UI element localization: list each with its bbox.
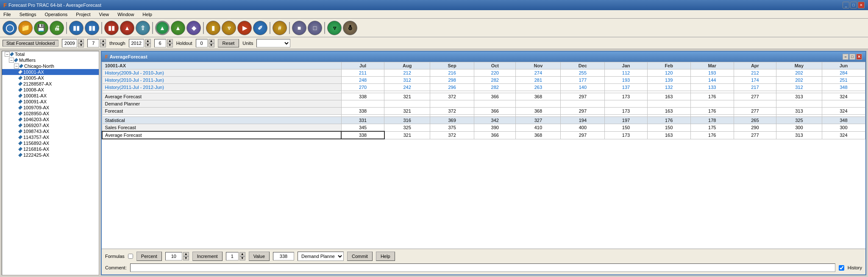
percent-down-arrow[interactable]: ▼ — [183, 256, 189, 260]
toolbar-copy-button[interactable]: ▮▮ — [69, 21, 83, 35]
increment-down-arrow[interactable]: ▼ — [239, 256, 245, 260]
holdout-down-arrow[interactable]: ▼ — [209, 43, 214, 47]
tree-item-100081-ax[interactable]: 100081-AX — [2, 93, 99, 99]
tree-item-1009709-ax[interactable]: 1009709-AX — [2, 105, 99, 111]
table-row-avg-forecast[interactable]: Average Forecast 338321 372366 368297 17… — [102, 93, 865, 100]
tree-item-1216816-ax[interactable]: 1216816-AX — [2, 146, 99, 152]
tree-item-100091-ax[interactable]: 100091-AX — [2, 99, 99, 105]
percent-group: 10 ▲ ▼ — [165, 252, 189, 260]
tree-item-total[interactable]: – Total — [2, 51, 99, 57]
toolbar-save-button[interactable]: 💾 — [34, 21, 48, 35]
menu-help[interactable]: Help — [141, 12, 154, 17]
tree-item-1143757-ax[interactable]: 1143757-AX — [2, 134, 99, 140]
table-row-forecast[interactable]: Forecast 338321 372366 368297 173163 176… — [102, 108, 865, 115]
from-year-input[interactable]: 2009 — [62, 39, 77, 47]
tree-item-1222425-ax[interactable]: 1222425-AX — [2, 152, 99, 158]
table-row-demand-planner[interactable]: Demand Planner — [102, 100, 865, 108]
maximize-button[interactable]: □ — [850, 2, 857, 8]
to-year-up-arrow[interactable]: ▲ — [145, 39, 151, 43]
from-period-down-arrow[interactable]: ▼ — [100, 43, 106, 47]
toolbar-film-button[interactable]: ▮▮ — [104, 21, 119, 35]
tree-item-10005-ax[interactable]: 10005-AX — [2, 75, 99, 81]
to-period-down-arrow[interactable]: ▼ — [167, 43, 173, 47]
tree-item-10008-ax[interactable]: 10008-AX — [2, 87, 99, 93]
value-input[interactable]: 338 — [273, 252, 294, 260]
history-checkbox[interactable] — [839, 265, 844, 271]
toolbar-run2-button[interactable]: ▶ — [237, 21, 252, 35]
toolbar-paste-button[interactable]: ▮▮ — [85, 21, 99, 35]
toolbar-clipboard-button[interactable]: ▮ — [206, 21, 220, 35]
expand-mufflers[interactable]: – — [9, 58, 14, 63]
toolbar-hash-button[interactable]: # — [273, 21, 287, 35]
percent-up-arrow[interactable]: ▲ — [183, 252, 189, 256]
toolbar-gear-button[interactable]: ▿ — [327, 21, 342, 35]
toolbar-print-button[interactable]: 🖨 — [50, 21, 64, 35]
tree-item-1028950-ax[interactable]: 1028950-AX — [2, 111, 99, 116]
reset-button[interactable]: Reset — [218, 39, 239, 47]
to-period-input[interactable]: 6 — [154, 39, 166, 47]
from-year-down-arrow[interactable]: ▼ — [78, 43, 84, 47]
table-row-avg-forecast-bottom[interactable]: Average Forecast 338 321372 366368 29717… — [102, 131, 865, 139]
table-row[interactable]: History(2009-Jul - 2010-Jun) 211 212 216… — [102, 69, 865, 77]
from-period-input[interactable]: 7 — [87, 39, 99, 47]
tree-item-21288587-ax[interactable]: 21288587-AX — [2, 81, 99, 87]
toolbar-tools-button[interactable]: ⛢ — [343, 21, 357, 35]
table-row-sales-forecast[interactable]: Sales Forecast 345325 375390 410400 1501… — [102, 124, 865, 132]
increment-button[interactable]: Increment — [192, 252, 223, 261]
increment-input[interactable]: 1 — [226, 252, 239, 260]
toolbar-paste2-button[interactable]: □ — [308, 21, 322, 35]
tree-item-1098743-ax[interactable]: 1098743-AX — [2, 128, 99, 134]
toolbar-new-button[interactable]: ◯ — [3, 21, 17, 35]
comment-input[interactable] — [130, 263, 835, 272]
menu-view[interactable]: View — [97, 12, 111, 17]
avg-close-button[interactable]: ✕ — [856, 54, 862, 60]
demand-planner-select[interactable]: Demand Planne — [298, 252, 344, 261]
avg-minimize-button[interactable]: – — [843, 54, 849, 60]
tree-item-1156892-ax[interactable]: 1156892-AX — [2, 140, 99, 146]
toolbar-chart-button[interactable]: ▲ — [155, 21, 170, 35]
percent-input[interactable]: 10 — [165, 252, 182, 260]
to-period-up-arrow[interactable]: ▲ — [167, 39, 173, 43]
toolbar-open-button[interactable]: 📁 — [18, 21, 33, 35]
tree-item-1069207-ax[interactable]: 1069207-AX — [2, 122, 99, 128]
table-row-statistical[interactable]: Statistical 331316 369342 327194 197176 … — [102, 117, 865, 124]
from-period-up-arrow[interactable]: ▲ — [100, 39, 106, 43]
toolbar-alert-button[interactable]: ▲ — [120, 21, 134, 35]
to-year-input[interactable]: 2012 — [129, 39, 144, 47]
toolbar-run3-button[interactable]: ✐ — [253, 21, 267, 35]
holdout-input[interactable]: 0 — [196, 39, 208, 47]
tree-item-10001-ax[interactable]: 10001-AX — [2, 69, 99, 75]
from-year-up-arrow[interactable]: ▲ — [78, 39, 84, 43]
col-header-jun: Jun — [822, 62, 865, 69]
value-button[interactable]: Value — [249, 252, 270, 261]
toolbar-run-button[interactable]: ⇧ — [136, 21, 150, 35]
menu-window[interactable]: Window — [116, 12, 136, 17]
help-button[interactable]: Help — [376, 252, 395, 261]
tree-item-1046203-ax[interactable]: 1046203-AX — [2, 116, 99, 122]
tree-item-mufflers[interactable]: – Mufflers — [2, 57, 99, 63]
toolbar-chart2-button[interactable]: ▲ — [171, 21, 185, 35]
menu-operations[interactable]: Operations — [43, 12, 69, 17]
menu-project[interactable]: Project — [74, 12, 92, 17]
cell-nov: 263 — [516, 84, 561, 91]
menu-file[interactable]: File — [2, 12, 13, 17]
menu-settings[interactable]: Settings — [18, 12, 38, 17]
percent-button[interactable]: Percent — [136, 252, 162, 261]
commit-button[interactable]: Commit — [347, 252, 373, 261]
toolbar-filter-button[interactable]: ▿ — [222, 21, 236, 35]
increment-up-arrow[interactable]: ▲ — [239, 252, 245, 256]
close-button[interactable]: ✕ — [858, 2, 865, 8]
formulas-checkbox[interactable] — [128, 254, 133, 259]
table-row[interactable]: History(2011-Jul - 2012-Jun) 270 242 296… — [102, 84, 865, 91]
to-year-down-arrow[interactable]: ▼ — [145, 43, 151, 47]
holdout-up-arrow[interactable]: ▲ — [209, 39, 214, 43]
toolbar-copy2-button[interactable]: ■ — [292, 21, 306, 35]
expand-total[interactable]: – — [5, 52, 10, 57]
units-select[interactable] — [256, 39, 290, 47]
expand-chicago-north[interactable]: – — [14, 64, 19, 69]
tree-item-chicago-north[interactable]: – Chicago-North — [2, 63, 99, 69]
table-row[interactable]: History(2010-Jul - 2011-Jun) 248 312 298… — [102, 77, 865, 84]
avg-maximize-button[interactable]: □ — [849, 54, 855, 60]
minimize-button[interactable]: _ — [843, 2, 849, 8]
toolbar-paw-button[interactable]: ◆ — [186, 21, 201, 35]
